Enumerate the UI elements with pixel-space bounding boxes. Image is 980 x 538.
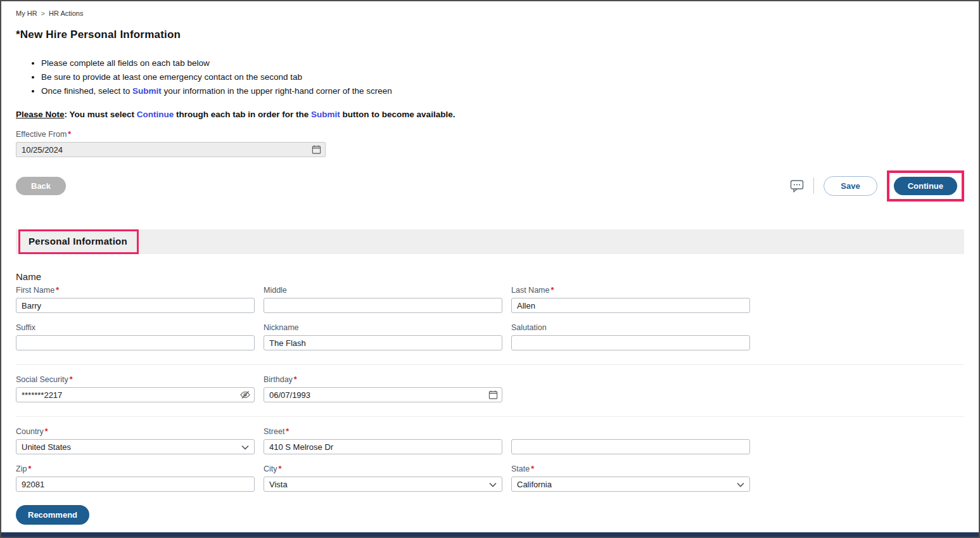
required-asterisk: * <box>70 375 73 384</box>
salutation-label: Salutation <box>511 323 750 332</box>
breadcrumb-my-hr[interactable]: My HR <box>16 10 37 17</box>
first-name-field: First Name* <box>16 286 255 313</box>
label-text: Country <box>16 427 44 436</box>
middle-name-input[interactable] <box>264 298 502 313</box>
salutation-input[interactable] <box>511 335 750 350</box>
calendar-icon[interactable] <box>488 390 498 400</box>
middle-name-field: Middle <box>264 286 502 313</box>
label-text: City <box>264 464 277 473</box>
birthday-field: Birthday* <box>264 375 502 402</box>
first-name-input[interactable] <box>16 298 255 313</box>
label-text: Suffix <box>16 323 35 332</box>
breadcrumb-hr-actions[interactable]: HR Actions <box>49 10 83 17</box>
required-asterisk: * <box>550 286 554 295</box>
label-text: State <box>511 464 530 473</box>
required-asterisk: * <box>68 130 71 139</box>
last-name-input[interactable] <box>511 298 750 313</box>
note-label: Please Note <box>16 110 65 119</box>
label-text: Last Name <box>511 286 549 295</box>
nickname-input[interactable] <box>264 335 502 350</box>
personal-information-section-bar: Personal Information <box>16 229 964 254</box>
label-text: Street <box>264 427 284 436</box>
street-field: Street* <box>264 427 502 454</box>
street-line2-input[interactable] <box>511 439 750 454</box>
breadcrumb-separator: > <box>41 10 45 17</box>
chevron-down-icon <box>241 442 249 452</box>
instruction-item: Once finished, select to Submit your inf… <box>41 86 964 96</box>
social-security-input[interactable] <box>16 387 255 402</box>
label-text: Birthday <box>264 375 293 384</box>
birthday-input[interactable] <box>264 387 502 402</box>
submit-link-text: Submit <box>132 86 162 96</box>
continue-link-text: Continue <box>137 110 174 119</box>
street-label: Street* <box>264 427 502 436</box>
first-name-label: First Name* <box>16 286 255 295</box>
note-text: through each tab in order for the <box>174 110 311 119</box>
label-text: Middle <box>264 286 287 295</box>
city-field: City* Vista <box>264 464 502 492</box>
back-button[interactable]: Back <box>16 177 66 195</box>
street-line2-label <box>511 427 750 436</box>
label-text: Salutation <box>511 323 547 332</box>
street-input[interactable] <box>264 439 502 454</box>
section-divider <box>16 416 964 417</box>
note-text: button to become available. <box>340 110 455 119</box>
instruction-item: Be sure to provide at least one emergenc… <box>41 72 964 82</box>
required-asterisk: * <box>56 286 59 295</box>
save-button[interactable]: Save <box>824 176 877 196</box>
country-select[interactable]: United States <box>16 439 255 454</box>
suffix-field: Suffix <box>16 323 255 350</box>
salutation-field: Salutation <box>511 323 750 350</box>
label-text: Zip <box>16 464 27 473</box>
zip-field: Zip* <box>16 464 255 492</box>
city-select[interactable]: Vista <box>264 477 502 492</box>
chevron-down-icon <box>737 480 744 489</box>
social-security-field: Social Security* <box>16 375 255 402</box>
country-field: Country* United States <box>16 427 255 454</box>
effective-from-input[interactable] <box>16 142 326 157</box>
required-asterisk: * <box>45 427 48 436</box>
chevron-down-icon <box>489 480 497 489</box>
required-asterisk: * <box>531 464 534 473</box>
label-text: Social Security <box>16 375 68 384</box>
birthday-label: Birthday* <box>264 375 502 384</box>
state-label: State* <box>511 464 750 473</box>
name-group-heading: Name <box>16 271 964 282</box>
recommend-button[interactable]: Recommend <box>16 505 89 525</box>
eye-off-icon[interactable] <box>240 390 250 400</box>
state-field: State* California <box>511 464 750 492</box>
selected-value: United States <box>22 442 71 452</box>
calendar-icon[interactable] <box>312 145 321 155</box>
last-name-label: Last Name* <box>511 286 750 295</box>
label-text: Effective From <box>16 130 67 139</box>
country-label: Country* <box>16 427 255 436</box>
social-security-label: Social Security* <box>16 375 255 384</box>
footer-bar <box>1 532 979 537</box>
instruction-text: your information in the upper right-hand… <box>162 86 392 96</box>
label-text: First Name <box>16 286 54 295</box>
label-text: Nickname <box>264 323 299 332</box>
required-asterisk: * <box>286 427 289 436</box>
effective-from-field: Effective From * <box>16 130 964 157</box>
street-line2-field <box>511 427 750 454</box>
instruction-text: Once finished, select to <box>41 86 132 96</box>
state-select[interactable]: California <box>511 477 750 492</box>
city-label: City* <box>264 464 502 473</box>
zip-label: Zip* <box>16 464 255 473</box>
submit-link-text: Submit <box>311 110 340 119</box>
page-title: *New Hire Personal Information <box>16 29 964 41</box>
note-text: : You must select <box>65 110 137 119</box>
instruction-item: Please complete all fields on each tab b… <box>41 58 964 68</box>
nickname-label: Nickname <box>264 323 502 332</box>
app-window: My HR > HR Actions *New Hire Personal In… <box>0 0 980 538</box>
actions-toolbar: Back Save Continue <box>16 167 964 204</box>
suffix-input[interactable] <box>16 335 255 350</box>
toolbar-divider <box>813 177 814 194</box>
comment-icon[interactable] <box>790 179 804 193</box>
please-note: Please Note: You must select Continue th… <box>16 110 964 119</box>
middle-name-label: Middle <box>264 286 502 295</box>
selected-value: California <box>517 480 552 489</box>
continue-button[interactable]: Continue <box>894 177 957 195</box>
zip-input[interactable] <box>16 477 255 492</box>
breadcrumb: My HR > HR Actions <box>16 1 964 17</box>
